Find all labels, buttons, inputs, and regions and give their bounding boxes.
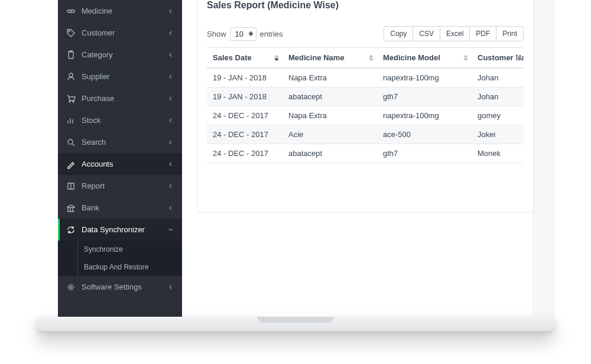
svg-point-6 — [69, 101, 70, 102]
user-icon — [66, 72, 76, 82]
chevron-left-icon — [168, 74, 174, 80]
sidebar-item-accounts[interactable]: Accounts — [58, 153, 182, 175]
cart-icon — [66, 94, 76, 103]
chevron-down-icon — [168, 227, 174, 233]
sidebar-item-label: Bank — [82, 203, 168, 212]
book-icon — [66, 181, 76, 191]
table-cell: 24 - DEC - 2017 — [207, 144, 282, 163]
table-row: 19 - JAN - 2018Napa Extranapextra-100mgJ… — [207, 68, 524, 87]
table-cell: napextra-100mg — [377, 68, 472, 87]
gear-icon — [66, 282, 76, 292]
chevron-left-icon — [168, 161, 174, 167]
csv-button[interactable]: CSV — [413, 26, 440, 41]
sidebar-item-label: Purchase — [82, 94, 168, 103]
export-button-group: CopyCSVExcelPDFPrint — [384, 26, 524, 41]
table-cell: Napa Extra — [282, 106, 377, 125]
laptop-bezel-bottom — [36, 317, 555, 331]
sidebar-item-category[interactable]: Category — [58, 44, 182, 66]
report-panel: Sales Report (Medicine Wise) Show 10 ent… — [197, 0, 534, 213]
chevron-left-icon — [168, 284, 174, 290]
sidebar-item-label: Search — [82, 138, 168, 147]
entries-label: entries — [260, 30, 283, 38]
table-cell: gth7 — [377, 144, 472, 163]
chevron-left-icon — [168, 52, 174, 58]
sidebar-item-purchase[interactable]: Purchase — [58, 87, 182, 109]
sidebar-item-bank[interactable]: Bank — [58, 197, 182, 219]
svg-marker-17 — [274, 58, 279, 61]
svg-rect-3 — [69, 51, 73, 58]
svg-point-13 — [70, 286, 72, 288]
svg-marker-22 — [515, 54, 520, 57]
svg-point-2 — [69, 31, 70, 32]
svg-marker-16 — [274, 54, 279, 57]
sidebar-subitem-backup-and-restore[interactable]: Backup And Restore — [58, 258, 182, 276]
pill-icon — [66, 6, 76, 16]
sort-icon — [463, 54, 468, 61]
table-cell: 19 - JAN - 2018 — [207, 68, 282, 87]
sidebar-item-label: Software Settings — [82, 282, 168, 291]
chevron-left-icon — [168, 118, 174, 124]
sync-icon — [66, 225, 76, 235]
table-row: 24 - DEC - 2017abataceptgth7Monek — [207, 144, 524, 163]
print-button[interactable]: Print — [496, 26, 524, 41]
excel-button[interactable]: Excel — [440, 26, 470, 41]
table-header-row: Sales DateMedicine NameMedicine ModelCus… — [207, 48, 524, 69]
sidebar-item-supplier[interactable]: Supplier — [58, 66, 182, 87]
column-header-medicine-name[interactable]: Medicine Name — [282, 48, 377, 69]
table-cell: 24 - DEC - 2017 — [207, 106, 282, 125]
column-header-medicine-model[interactable]: Medicine Model — [377, 48, 472, 69]
chevron-left-icon — [168, 8, 174, 14]
sidebar-item-label: Stock — [82, 116, 168, 125]
table-row: 19 - JAN - 2018abataceptgth7Johan — [207, 87, 524, 106]
table-cell: abatacept — [282, 87, 377, 106]
table-cell: 19 - JAN - 2018 — [207, 87, 282, 106]
table-cell: Acie — [282, 125, 377, 144]
table-cell: 24 - DEC - 2017 — [207, 125, 282, 144]
page-length-select[interactable]: 10 — [230, 27, 256, 41]
table-cell: gth7 — [377, 87, 472, 106]
sidebar-subitem-synchronize[interactable]: Synchronize — [58, 240, 182, 258]
sidebar-item-data-synchronizer[interactable]: Data Synchronizer — [58, 219, 182, 240]
table-cell: abatacept — [282, 144, 377, 163]
tag-icon — [66, 28, 76, 38]
table-row: 24 - DEC - 2017Napa Extranapextra-100mgg… — [207, 106, 524, 125]
column-header-sales-date[interactable]: Sales Date — [207, 48, 282, 69]
svg-line-12 — [72, 144, 74, 146]
sidebar-item-label: Accounts — [82, 160, 168, 168]
sidebar-nav: MedicineCustomerCategorySupplierPurchase… — [58, 0, 182, 317]
svg-marker-20 — [463, 54, 468, 57]
table-cell: Jokei — [472, 125, 524, 144]
table-cell: napextra-100mg — [377, 106, 472, 125]
sidebar-item-search[interactable]: Search — [58, 131, 182, 153]
sidebar-item-customer[interactable]: Customer — [58, 22, 182, 44]
chevron-left-icon — [168, 183, 174, 189]
laptop-notch — [257, 317, 334, 323]
sidebar-item-stock[interactable]: Stock — [58, 109, 182, 131]
table-cell: Johan — [472, 87, 524, 106]
sidebar-item-medicine[interactable]: Medicine — [58, 0, 182, 22]
svg-marker-19 — [369, 58, 374, 61]
bars-icon — [66, 116, 76, 125]
pdf-button[interactable]: PDF — [469, 26, 496, 41]
sort-icon — [274, 54, 279, 61]
sidebar-item-report[interactable]: Report — [58, 175, 182, 197]
sidebar-item-software-settings[interactable]: Software Settings — [58, 276, 182, 298]
svg-point-5 — [69, 73, 73, 77]
chevron-left-icon — [168, 205, 174, 211]
table-cell: ace-500 — [377, 125, 472, 144]
clipboard-icon — [66, 50, 76, 60]
sort-icon — [515, 54, 520, 61]
chevron-left-icon — [168, 96, 174, 102]
chevron-left-icon — [168, 30, 174, 36]
show-label: Show — [207, 30, 226, 38]
table-cell: Johan — [472, 68, 524, 87]
column-header-customer-name[interactable]: Customer Name — [472, 48, 524, 69]
sidebar-item-label: Supplier — [82, 72, 168, 81]
svg-point-7 — [73, 101, 74, 102]
laptop-bezel-right — [532, 0, 555, 317]
sales-report-table: Sales DateMedicine NameMedicine ModelCus… — [207, 47, 524, 163]
sidebar-item-label: Data Synchronizer — [82, 225, 168, 234]
copy-button[interactable]: Copy — [384, 26, 413, 41]
table-controls: Show 10 entries CopyCSVExcelPDFPrint — [197, 18, 533, 47]
svg-marker-18 — [369, 54, 374, 57]
